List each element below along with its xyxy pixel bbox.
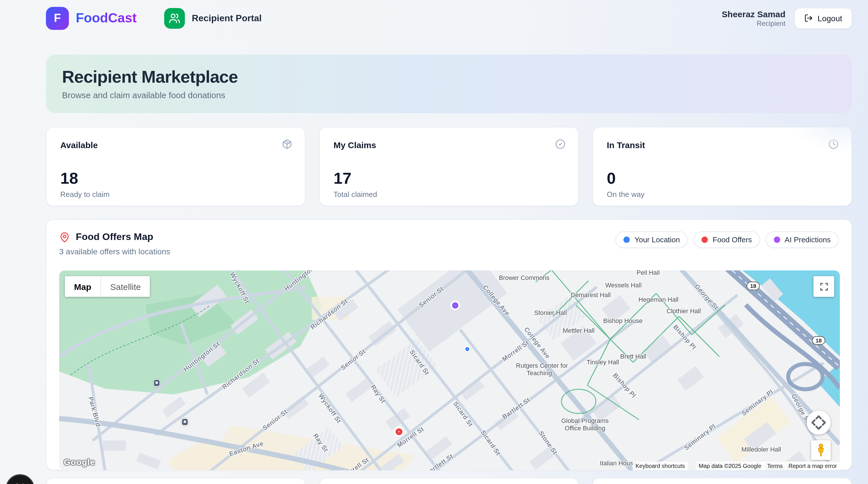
street-label: Sicard St	[408, 349, 431, 376]
users-icon	[164, 8, 185, 28]
street-label: Sicard St	[479, 429, 502, 456]
bus-stop-icon	[181, 418, 188, 426]
street-label: Senior St	[417, 285, 445, 309]
street-label: College Ave	[523, 326, 552, 360]
street-label: Stone St	[538, 430, 559, 456]
street-label: Richardson St	[221, 357, 260, 390]
place-label: Brett Hall	[620, 353, 646, 360]
place-label: Pell Hall	[637, 270, 660, 276]
stat-value: 17	[334, 170, 564, 188]
food-offers-map-card: Food Offers Map 3 available offers with …	[46, 219, 852, 470]
logout-label: Logout	[817, 13, 842, 23]
stat-caption: Total claimed	[334, 190, 564, 199]
dev-badge-letter: N	[15, 481, 25, 484]
fullscreen-button[interactable]	[813, 276, 834, 297]
street-label: Huntington	[283, 270, 315, 292]
stats-row: Available 18 Ready to claim My Claims 17…	[46, 127, 852, 206]
food-offers-dot	[702, 237, 708, 243]
street-label: Park Blvd	[88, 396, 102, 427]
pan-control[interactable]	[807, 411, 831, 435]
stat-card-in-transit: In Transit 0 On the way	[592, 127, 852, 206]
place-label: Hegeman Hall	[639, 296, 678, 303]
place-label: Tinsley Hall	[587, 359, 619, 366]
place-label: Global Programs Office Building	[561, 417, 609, 432]
street-label: College Ave	[482, 283, 512, 317]
ai-prediction-marker[interactable]	[452, 302, 458, 309]
map-pin-icon	[59, 232, 70, 243]
street-label: Wyckoff St	[317, 392, 343, 424]
user-name: Sheeraz Samad	[722, 9, 786, 19]
street-label: Senior St	[339, 347, 367, 371]
brand-name: FoodCast	[76, 10, 136, 26]
hero-banner: Recipient Marketplace Browse and claim a…	[46, 55, 852, 113]
street-label: Morrell St	[341, 456, 370, 470]
map-legend: Your Location Food Offers AI Predictions	[616, 231, 839, 248]
stat-card-my-claims: My Claims 17 Total claimed	[319, 127, 579, 206]
street-label: Huntington St	[182, 340, 221, 373]
your-location-dot	[624, 237, 630, 243]
place-label: Mettler Hall	[563, 327, 594, 334]
app-header: F FoodCast Recipient Portal Sheeraz Sama…	[0, 0, 868, 36]
map-attribution: Keyboard shortcutsMap data ©2025 GoogleT…	[632, 462, 840, 470]
map-type-map-button[interactable]: Map	[65, 276, 100, 297]
legend-ai-predictions: AI Predictions	[766, 231, 839, 248]
pegman-street-view[interactable]	[811, 441, 831, 460]
brand-initial: F	[54, 11, 61, 25]
page: F FoodCast Recipient Portal Sheeraz Sama…	[0, 0, 868, 484]
stat-value: 0	[607, 170, 838, 188]
street-label: Bartlett St	[424, 452, 454, 470]
street-label: Wyckoff St	[229, 271, 251, 305]
stat-caption: Ready to claim	[60, 190, 291, 199]
place-label: Milledoler Hall	[741, 446, 781, 453]
map-type-control: Map Satellite	[65, 276, 150, 297]
bus-stop-icon	[153, 379, 160, 387]
ai-predictions-dot	[774, 237, 780, 243]
place-label: Rutgers Center for Teaching...	[516, 362, 568, 376]
street-label: Richardson St	[309, 297, 349, 331]
place-label: Wessels Hall	[606, 282, 642, 289]
offer-card-peek	[46, 478, 305, 484]
street-label: Sicard St	[452, 400, 474, 428]
attribution-item[interactable]: Terms	[764, 462, 786, 470]
page-title: Recipient Marketplace	[62, 67, 836, 87]
place-label: Demarest Hall	[570, 291, 611, 299]
attribution-item[interactable]: Report a map error	[786, 462, 840, 470]
stat-label: In Transit	[607, 140, 838, 150]
logout-icon	[804, 14, 813, 22]
place-label: Bishop House	[603, 317, 643, 324]
place-label: Stonier Hall	[534, 309, 567, 316]
legend-label: AI Predictions	[785, 235, 831, 244]
portal-badge-group: Recipient Portal	[164, 8, 262, 28]
attribution-item: Map data ©2025 Google	[696, 462, 764, 470]
street-label: Easton Ave	[228, 440, 265, 457]
stat-card-available: Available 18 Ready to claim	[46, 127, 305, 206]
package-icon	[282, 139, 292, 152]
google-logo: Google	[64, 457, 95, 467]
street-label: Senior St	[261, 408, 288, 431]
street-label: Morrell St	[501, 339, 530, 362]
your-location-marker[interactable]	[465, 347, 469, 351]
street-label: Seminary Pl	[740, 388, 774, 417]
stat-label: My Claims	[334, 140, 564, 150]
route-shield: 18	[747, 282, 760, 290]
logout-button[interactable]: Logout	[795, 8, 852, 28]
google-map[interactable]: Wyckoff StHuntingtonSenior StCollege Ave…	[59, 270, 840, 470]
portal-label: Recipient Portal	[192, 13, 262, 23]
place-label: Italian House	[600, 460, 637, 467]
nextjs-dev-badge[interactable]: N	[6, 474, 34, 484]
street-label: Ray St	[312, 432, 330, 453]
brand-logo: F	[46, 7, 69, 30]
clock-icon	[828, 139, 839, 152]
legend-your-location: Your Location	[616, 231, 688, 248]
legend-food-offers: Food Offers	[694, 231, 760, 248]
attribution-item[interactable]: Keyboard shortcuts	[632, 462, 688, 470]
place-label: Clothier Hall	[666, 307, 701, 314]
place-label: Brower Commons	[499, 274, 549, 281]
user-role: Recipient	[722, 19, 786, 27]
street-label: Ray St	[369, 384, 387, 404]
food-offer-marker[interactable]	[396, 428, 402, 435]
check-circle-icon	[555, 139, 565, 152]
street-label: Bishop Pl	[612, 371, 637, 399]
street-label: George St	[693, 283, 720, 311]
map-type-satellite-button[interactable]: Satellite	[100, 276, 150, 297]
